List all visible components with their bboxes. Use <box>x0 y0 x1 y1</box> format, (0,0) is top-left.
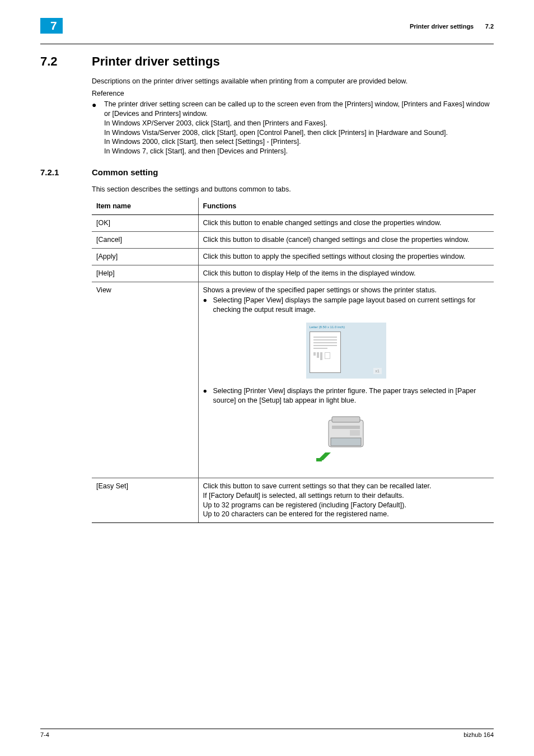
cell-item: View <box>92 282 198 478</box>
view-bullet-2-text: Selecting [Printer View] displays the pr… <box>213 386 490 405</box>
cell-func: Shows a preview of the specified paper s… <box>198 282 494 478</box>
view-bullet-1-text: Selecting [Paper View] displays the samp… <box>213 296 490 315</box>
cell-func: Click this button to display Help of the… <box>198 265 494 282</box>
footer-product: bizhub 164 <box>463 731 494 738</box>
view-bullet-1: ● Selecting [Paper View] displays the sa… <box>203 296 490 315</box>
svg-rect-6 <box>350 430 360 436</box>
printer-icon <box>315 413 377 464</box>
paper-view-count: x1 <box>373 368 382 374</box>
cell-item: [Apply] <box>92 248 198 265</box>
svg-rect-5 <box>316 458 322 461</box>
cell-item: [Easy Set] <box>92 478 198 523</box>
section-heading: 7.2 Printer driver settings <box>40 54 494 69</box>
table-row: [Help] Click this button to display Help… <box>92 265 494 282</box>
table-row: [Easy Set] Click this button to save cur… <box>92 478 494 523</box>
paper-view-panel: Letter (8.50 x 11.0 inch) <box>306 323 386 379</box>
settings-table: Item name Functions [OK] Click this butt… <box>92 198 494 523</box>
subsection-title: Common setting <box>92 167 158 177</box>
table-row: View Shows a preview of the specified pa… <box>92 282 494 478</box>
cell-item: [OK] <box>92 215 198 232</box>
table-row: [OK] Click this button to enable changed… <box>92 215 494 232</box>
view-intro: Shows a preview of the specified paper s… <box>203 286 490 295</box>
bullet-icon: ● <box>203 386 213 405</box>
page-footer: 7-4 bizhub 164 <box>40 729 494 738</box>
table-row: [Cancel] Click this button to disable (c… <box>92 231 494 248</box>
subsection-number: 7.2.1 <box>40 167 92 177</box>
paper-view-figure: Letter (8.50 x 11.0 inch) <box>203 323 490 379</box>
subsection-heading: 7.2.1 Common setting <box>40 167 494 177</box>
paper-view-page <box>310 332 341 373</box>
cell-func: Click this button to save current settin… <box>198 478 494 523</box>
cell-item: [Cancel] <box>92 231 198 248</box>
cell-func: Click this button to apply the specified… <box>198 248 494 265</box>
cell-item: [Help] <box>92 265 198 282</box>
header-right: Printer driver settings 7.2 <box>410 21 494 31</box>
th-item: Item name <box>92 198 198 215</box>
bullet-icon: ● <box>92 100 104 156</box>
cell-func: Click this button to disable (cancel) ch… <box>198 231 494 248</box>
header-rule <box>40 44 494 44</box>
view-bullet-2: ● Selecting [Printer View] displays the … <box>203 386 490 405</box>
svg-rect-3 <box>331 438 361 446</box>
footer-page-number: 7-4 <box>40 731 49 738</box>
paper-view-caption: Letter (8.50 x 11.0 inch) <box>310 325 345 329</box>
th-func: Functions <box>198 198 494 215</box>
section-title: Printer driver settings <box>92 54 220 69</box>
reference-label: Reference <box>92 90 494 97</box>
chapter-badge: 7 <box>40 18 63 34</box>
reference-bullet: ● The printer driver setting screen can … <box>92 100 494 156</box>
printer-view-panel <box>315 413 377 466</box>
svg-rect-1 <box>332 417 360 422</box>
cell-func: Click this button to enable changed sett… <box>198 215 494 232</box>
reference-text: The printer driver setting screen can be… <box>104 100 494 156</box>
subsection-description: This section describes the settings and … <box>92 185 494 194</box>
section-description: Descriptions on the printer driver setti… <box>92 77 494 86</box>
header-title: Printer driver settings <box>410 23 474 30</box>
header-section-ref: 7.2 <box>485 23 494 30</box>
table-row: [Apply] Click this button to apply the s… <box>92 248 494 265</box>
bullet-icon: ● <box>203 296 213 315</box>
svg-rect-2 <box>332 426 360 429</box>
page-header: 7 Printer driver settings 7.2 <box>40 18 494 34</box>
section-number: 7.2 <box>40 54 92 69</box>
printer-view-figure <box>203 413 490 466</box>
